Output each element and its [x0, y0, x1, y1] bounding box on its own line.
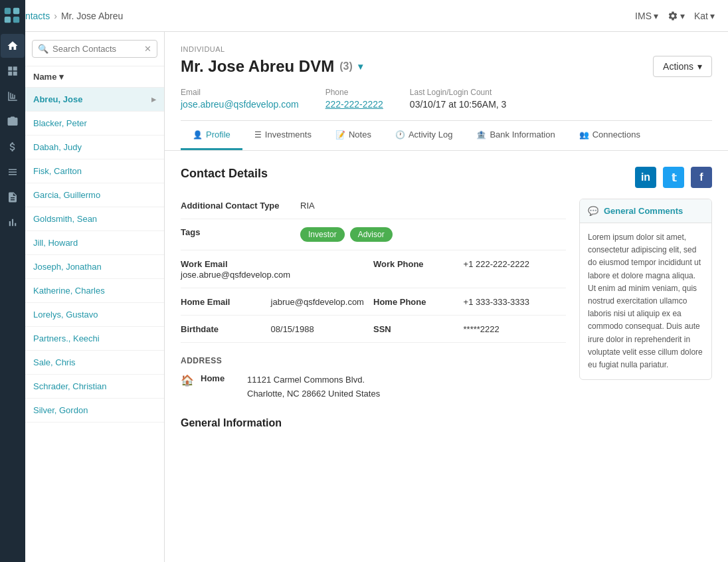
contact-item-partners-keechi[interactable]: Partners., Keechi: [25, 327, 164, 351]
tabs: 👤Profile☰Investments📝Notes🕐Activity Log🏦…: [181, 120, 712, 150]
sidebar-camera[interactable]: [1, 110, 25, 134]
last-login-value: 03/10/17 at 10:56AM, 3: [410, 99, 507, 110]
contact-list-header[interactable]: Name ▾: [25, 66, 164, 88]
contact-item-schrader-christian[interactable]: Schrader, Christian: [25, 375, 164, 399]
contact-item-silver-gordon[interactable]: Silver, Gordon: [25, 399, 164, 422]
birthdate-item: Birthdate 08/15/1988: [181, 324, 373, 334]
investments-tab-icon: ☰: [254, 130, 262, 140]
settings-menu[interactable]: ▾: [668, 11, 685, 21]
contact-dropdown-icon[interactable]: ▾: [358, 61, 363, 72]
comments-title: General Comments: [604, 206, 683, 216]
tab-connections[interactable]: 👥Connections: [567, 121, 652, 150]
search-input[interactable]: [52, 44, 140, 54]
contact-item-goldsmith-sean[interactable]: Goldsmith, Sean: [25, 207, 164, 231]
content-left: Contact Details Additional Contact Type …: [181, 167, 566, 429]
svg-rect-2: [5, 17, 11, 23]
contact-full-name: Mr. Jose Abreu DVM: [181, 57, 334, 76]
breadcrumb-current: Mr. Jose Abreu: [61, 11, 123, 21]
sidebar-chart[interactable]: [1, 84, 25, 108]
twitter-icon[interactable]: 𝕥: [663, 167, 684, 188]
tab-investments[interactable]: ☰Investments: [242, 121, 323, 150]
sidebar-money[interactable]: [1, 135, 25, 159]
settings-chevron: ▾: [680, 11, 685, 21]
tag-advisor[interactable]: Advisor: [350, 227, 393, 242]
contact-item-arrow: ▸: [151, 94, 156, 104]
contact-item-blacker-peter[interactable]: Blacker, Peter: [25, 112, 164, 136]
svg-rect-0: [5, 8, 11, 14]
contact-type: INDIVIDUAL: [181, 45, 712, 53]
contact-meta: Email jose.abreu@qsfdevelop.com Phone 22…: [181, 88, 712, 110]
top-nav-right: IMS ▾ ▾ Kat ▾: [635, 11, 715, 21]
ims-label: IMS: [635, 11, 652, 21]
meta-email: Email jose.abreu@qsfdevelop.com: [181, 88, 299, 110]
contact-item-lorelys-gustavo[interactable]: Lorelys, Gustavo: [25, 303, 164, 327]
address-type: Home: [201, 373, 240, 383]
investments-tab-label: Investments: [265, 130, 312, 140]
search-clear-icon[interactable]: ✕: [144, 44, 151, 54]
home-icon: 🏠: [181, 374, 194, 387]
email-value[interactable]: jose.abreu@qsfdevelop.com: [181, 99, 299, 110]
notes-tab-label: Notes: [349, 130, 371, 140]
additional-contact-type-row: Additional Contact Type RIA: [181, 193, 566, 219]
general-info-title: General Information: [181, 417, 566, 429]
tag-investor[interactable]: Investor: [300, 227, 345, 242]
home-email-label: Home Email: [181, 297, 260, 307]
additional-contact-value: RIA: [300, 201, 315, 211]
birthdate-label: Birthdate: [181, 324, 260, 334]
bank-information-tab-icon: 🏦: [476, 130, 486, 140]
facebook-icon[interactable]: f: [691, 167, 712, 188]
ssn-label: SSN: [373, 324, 453, 334]
address-title: ADDRESS: [181, 356, 566, 365]
home-phone-item: Home Phone +1 333-333-3333: [373, 296, 566, 307]
search-input-wrap[interactable]: 🔍 ✕: [32, 40, 157, 58]
address-home-row: 🏠 Home 11121 Carmel Commons Blvd. Charlo…: [181, 373, 566, 401]
phone-label: Phone: [325, 88, 383, 97]
search-icon: 🔍: [38, 44, 48, 54]
phone-value[interactable]: 222-222-2222: [325, 99, 383, 110]
sidebar-home[interactable]: [1, 34, 25, 58]
contact-item-joseph-jonathan[interactable]: Joseph, Jonathan: [25, 255, 164, 279]
name-sort-chevron: ▾: [59, 72, 64, 82]
search-box: 🔍 ✕: [25, 32, 164, 66]
work-email-value: jose.abrue@qsfdevelop.com: [181, 270, 290, 280]
tab-profile[interactable]: 👤Profile: [181, 121, 242, 150]
additional-contact-label: Additional Contact Type: [181, 201, 287, 211]
profile-tab-icon: 👤: [193, 130, 203, 140]
contact-item-fisk-carlton[interactable]: Fisk, Carlton: [25, 159, 164, 183]
comments-body: Lorem ipsum dolor sit amet, consectetur …: [580, 223, 711, 379]
content-right: in 𝕥 f 💬 General Comments Lorem ipsum do…: [579, 167, 712, 429]
sidebar-analytics[interactable]: [1, 211, 25, 234]
linkedin-icon[interactable]: in: [635, 167, 656, 188]
sidebar: [0, 0, 25, 562]
actions-button[interactable]: Actions ▾: [653, 56, 712, 77]
work-phone-item: Work Phone +1 222-222-2222: [373, 258, 566, 280]
contact-details-title: Contact Details: [181, 167, 566, 181]
sidebar-bars[interactable]: [1, 160, 25, 184]
work-phone-value: +1 222-222-2222: [464, 259, 529, 269]
sidebar-file[interactable]: [1, 185, 25, 209]
contact-item-garcia-guillermo[interactable]: Garcia, Guillermo: [25, 183, 164, 207]
notes-tab-icon: 📝: [335, 130, 345, 140]
tab-bank-information[interactable]: 🏦Bank Information: [464, 121, 567, 150]
contact-item-sale-chris[interactable]: Sale, Chris: [25, 351, 164, 375]
ims-menu[interactable]: IMS ▾: [635, 11, 658, 21]
contact-item-dabah-judy[interactable]: Dabah, Judy: [25, 136, 164, 159]
contact-list: Abreu, Jose▸Blacker, PeterDabah, JudyFis…: [25, 88, 164, 562]
user-menu[interactable]: Kat ▾: [694, 11, 715, 21]
name-sort-label: Name: [33, 72, 56, 82]
activity-log-tab-icon: 🕐: [395, 130, 405, 140]
tab-notes[interactable]: 📝Notes: [323, 121, 383, 150]
ssn-value: *****2222: [464, 324, 500, 334]
bank-information-tab-label: Bank Information: [490, 130, 555, 140]
contact-item-jill-howard[interactable]: Jill, Howard: [25, 231, 164, 255]
breadcrumb: Contacts › Mr. Jose Abreu: [13, 11, 123, 21]
sidebar-grid[interactable]: [1, 59, 25, 83]
home-contact-row: Home Email jabrue@qsfdevelop.com Home Ph…: [181, 288, 566, 316]
contact-item-abreu-jose[interactable]: Abreu, Jose▸: [25, 88, 164, 112]
app-logo[interactable]: [2, 5, 23, 27]
ssn-item: SSN *****2222: [373, 324, 566, 334]
work-contact-row: Work Email jose.abrue@qsfdevelop.com Wor…: [181, 250, 566, 288]
tab-activity-log[interactable]: 🕐Activity Log: [383, 121, 464, 150]
tags-list: InvestorAdvisor: [300, 227, 393, 242]
contact-item-katherine-charles[interactable]: Katherine, Charles: [25, 279, 164, 303]
